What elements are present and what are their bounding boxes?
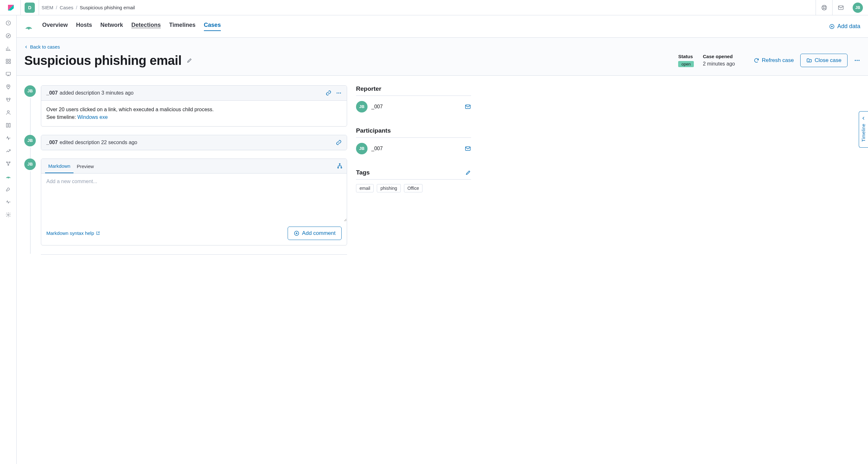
rail-management[interactable] [5,212,11,218]
rail-visualize[interactable] [5,45,11,52]
reporter-row: JB _007 [356,96,471,118]
svg-rect-22 [9,123,10,127]
tag-chip[interactable]: email [356,184,374,192]
rail-dashboard[interactable] [5,58,11,65]
participants-section: Participants JB _007 [356,127,471,159]
case-header: Back to cases Suspicious phishing email … [17,38,868,76]
svg-point-36 [339,164,340,164]
breadcrumb-cases[interactable]: Cases [60,5,73,10]
rail-logs[interactable] [5,122,11,128]
activity-time: 3 minutes ago [101,90,133,96]
svg-point-27 [7,214,9,216]
status-block: Status open [678,54,694,67]
rail-siem[interactable] [5,173,11,180]
rail-metrics[interactable] [5,109,11,116]
breadcrumb: SIEM / Cases / Suspicious phishing email [41,5,135,10]
close-label: Close case [815,57,841,64]
notifications-button[interactable] [832,0,849,16]
edit-title-button[interactable] [187,58,192,63]
avatar: JB [24,85,36,97]
add-data-label: Add data [837,23,860,30]
tab-detections[interactable]: Detections [131,22,161,31]
activity-menu-button[interactable] [336,90,342,96]
svg-rect-8 [838,6,843,9]
svg-point-18 [6,98,8,100]
insert-timeline-button[interactable] [337,163,343,169]
tab-network[interactable]: Network [100,22,123,31]
logs-icon [5,122,11,128]
opened-label: Case opened [703,54,735,59]
breadcrumb-siem[interactable]: SIEM [41,5,53,10]
rail-ml[interactable] [5,96,11,103]
clock-icon [5,20,11,26]
svg-point-23 [6,162,7,163]
rail-apm[interactable] [5,135,11,141]
opened-value: 2 minutes ago [703,61,735,67]
svg-rect-15 [9,62,10,64]
rail-maps[interactable] [5,84,11,90]
popout-icon [96,231,100,235]
person-icon [5,110,11,115]
copy-link-button[interactable] [326,90,332,96]
rail-canvas[interactable] [5,71,11,78]
breadcrumb-current: Suspicious phishing email [80,5,135,10]
grid-icon [5,59,11,64]
timeline-flyout-toggle[interactable]: Timeline [859,111,868,148]
avatar: JB [24,158,36,170]
app-logo[interactable] [3,4,19,11]
tag-chip[interactable]: Office [404,184,423,192]
composer-tab-preview[interactable]: Preview [73,159,97,173]
svg-rect-16 [6,72,10,75]
email-reporter-button[interactable] [465,103,471,110]
svg-point-17 [8,86,9,87]
tab-cases[interactable]: Cases [204,22,221,31]
activity-body: Over 20 users clicked on a link, which e… [41,101,347,126]
close-case-button[interactable]: Close case [800,54,847,67]
markdown-help-link[interactable]: Markdown syntax help [46,230,100,236]
pencil-icon [465,170,471,176]
rail-dev-tools[interactable] [5,186,11,192]
back-to-cases-link[interactable]: Back to cases [24,44,60,50]
svg-point-32 [859,60,859,61]
svg-point-24 [9,162,10,163]
tab-timelines[interactable]: Timelines [169,22,195,31]
tab-overview[interactable]: Overview [42,22,68,31]
activity-time: 22 seconds ago [101,140,137,145]
rail-graph[interactable] [5,160,11,167]
rail-monitoring[interactable] [5,199,11,205]
copy-link-button[interactable] [336,140,342,145]
reporter-section: Reporter JB _007 [356,85,471,118]
heartbeat-icon [5,199,11,205]
space-selector[interactable]: D [25,3,35,13]
timeline-link[interactable]: Windows exe [78,115,108,120]
add-comment-button[interactable]: Add comment [288,226,342,240]
edit-tags-button[interactable] [465,170,471,176]
svg-line-5 [825,6,826,7]
rail-discover[interactable] [5,33,11,39]
comment-textarea[interactable] [41,174,347,221]
breadcrumb-separator: / [56,5,57,10]
status-label: Status [678,54,694,59]
user-menu[interactable]: JB [852,3,863,13]
left-nav-rail [0,16,17,464]
pin-icon [5,84,11,90]
newsfeed-button[interactable] [815,0,832,16]
rail-recent[interactable] [5,20,11,26]
refresh-case-button[interactable]: Refresh case [753,57,794,64]
composer-tab-markdown[interactable]: Markdown [45,159,73,173]
brain-icon [5,97,11,102]
activity-user: _007 [46,140,58,145]
chevron-left-icon [24,45,28,49]
svg-point-10 [6,34,10,38]
add-comment-label: Add comment [302,230,336,237]
email-participant-button[interactable] [465,145,471,152]
svg-point-38 [341,167,342,168]
add-data-link[interactable]: Add data [829,23,860,30]
case-actions-menu[interactable] [854,57,860,64]
compass-icon [5,33,11,39]
tag-chip[interactable]: phishing [377,184,400,192]
rail-uptime[interactable] [5,148,11,154]
tab-hosts[interactable]: Hosts [76,22,92,31]
activity-header: _007 edited description 22 seconds ago [41,135,347,150]
folder-check-icon [806,58,812,63]
